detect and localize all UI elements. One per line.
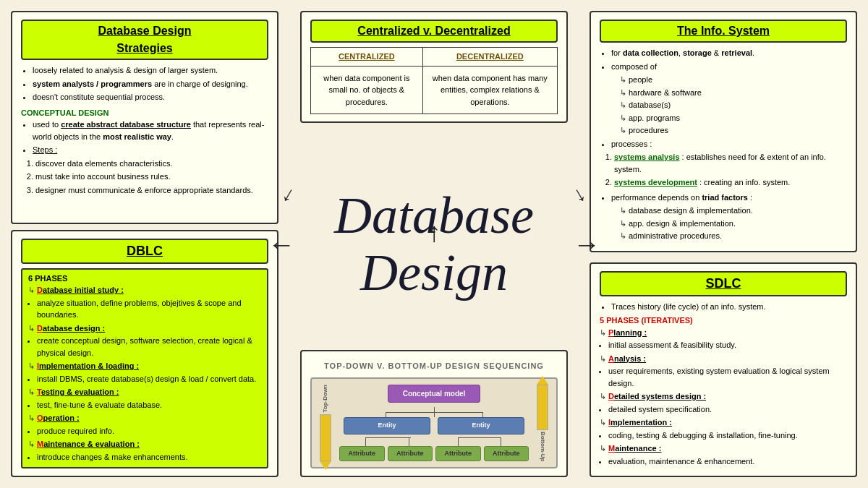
info-people: people <box>620 74 847 86</box>
info-composed: composed of people hardware & software d… <box>611 61 847 137</box>
sdlc-phase-4: Implementation : coding, testing & debug… <box>600 416 847 441</box>
arrow-left-icon: ← <box>268 228 295 260</box>
topdown-label: Top-Down <box>321 385 330 413</box>
conceptual-steps-label: Steps : <box>33 144 268 156</box>
entity2-box: Entity <box>438 417 524 435</box>
dblc-panel: DBLC 6 PHASES Database initial study : a… <box>11 230 278 478</box>
dblc-phase-4: Testing & evaluation : test, fine-tune &… <box>28 386 261 411</box>
central-cell: when data component is small no. of obje… <box>311 66 423 114</box>
info-processes: processes : <box>611 138 847 150</box>
step-2: must take into account business rules. <box>35 171 268 183</box>
info-panel: The Info. System for data collection, st… <box>590 11 857 252</box>
dblc-phase-2: Database design : create conceptual desi… <box>28 322 261 359</box>
dblc-phase-5: Operation : produce required info. <box>28 412 261 437</box>
dblc-phase-6: Maintenance & evaluation : introduce cha… <box>28 438 261 463</box>
conceptual-bullet-1: used to create abstract database structu… <box>33 119 268 142</box>
triad-2: app. design & implementation. <box>620 218 847 230</box>
central-panel: Centralized v. Decentralized CENTRALIZED… <box>300 11 568 123</box>
sdlc-phase-5: Maintenance : evaluation, maintenance & … <box>600 442 847 467</box>
arrow-diag-right-icon: ↑ <box>570 184 592 210</box>
topdown-diagram: Top-Down Conceptual model <box>310 377 558 468</box>
info-proc: procedures <box>620 124 847 137</box>
conceptual-label: CONCEPTUAL DESIGN <box>21 107 268 119</box>
strategies-title: Database DesignStrategies <box>21 20 268 60</box>
info-hw: hardware & software <box>620 87 847 99</box>
arrow-diag-left-icon: ↑ <box>277 184 299 210</box>
sdlc-traces: Traces history (life cycle) of an info. … <box>611 301 847 313</box>
dblc-title: DBLC <box>21 239 268 264</box>
topdown-panel: TOP-DOWN V. BOTTOM-UP DESIGN SEQUENCING … <box>300 350 568 478</box>
col-centralized: CENTRALIZED <box>311 48 423 67</box>
triad-3: administrative procedures. <box>620 230 847 242</box>
info-for: for data collection, storage & retrieval… <box>611 47 847 59</box>
sdlc-panel: SDLC Traces history (life cycle) of an i… <box>590 262 857 478</box>
sdlc-phase-3: Detailed systems design : detailed syste… <box>600 390 847 415</box>
dblc-phase-1: Database initial study : analyze situati… <box>28 284 261 321</box>
bottomup-label: Bottom-Up <box>538 432 547 461</box>
attr2-box: Attribute <box>388 446 433 462</box>
topdown-title: TOP-DOWN V. BOTTOM-UP DESIGN SEQUENCING <box>310 359 558 374</box>
sdlc-title: SDLC <box>600 271 847 296</box>
attr3-box: Attribute <box>435 446 481 462</box>
proc-1: systems analysis : establishes need for … <box>614 151 847 175</box>
strategies-bullet-2: system analysts / programmers are in cha… <box>33 78 268 90</box>
info-db: database(s) <box>620 99 847 111</box>
info-app: app. programs <box>620 112 847 124</box>
sdlc-phase-2: Analysis : user requirements, existing s… <box>600 353 847 390</box>
col-decentralized: DECENTRALIZED <box>422 48 557 67</box>
sdlc-phases-label: 5 PHASES (ITERATIVES) <box>600 314 847 327</box>
info-title: The Info. System <box>600 20 847 43</box>
proc-2: systems development : creating an info. … <box>614 176 847 189</box>
step-3: designer must communicate & enforce appr… <box>35 184 268 197</box>
decentral-cell: when data component has many entities, c… <box>422 66 557 114</box>
central-title: Centralized v. Decentralized <box>310 20 558 43</box>
perf-text: performance depends on triad factors : d… <box>611 192 847 242</box>
triad-1: database design & implementation. <box>620 205 847 217</box>
arrow-right-icon: → <box>573 228 600 260</box>
step-1: discover data elements characteristics. <box>35 158 268 170</box>
dblc-phases-label: 6 PHASES <box>28 273 261 285</box>
arrow-up-icon: ↑ <box>427 217 441 248</box>
strategies-bullet-1: loosely related to analysis & design of … <box>33 64 268 77</box>
attr4-box: Attribute <box>484 446 529 462</box>
strategies-panel: Database DesignStrategies loosely relate… <box>11 11 278 224</box>
strategies-bullet-3: doesn't constitute sequential process. <box>33 91 268 103</box>
entity1-box: Entity <box>344 417 430 435</box>
dblc-phase-3: Implementation & loading : install DBMS,… <box>28 360 261 385</box>
conceptual-box: Conceptual model <box>388 385 481 403</box>
sdlc-phase-1: Planning : initial assessment & feasibil… <box>600 327 847 351</box>
central-table: CENTRALIZED DECENTRALIZED when data comp… <box>310 47 558 114</box>
attr1-box: Attribute <box>339 446 385 462</box>
